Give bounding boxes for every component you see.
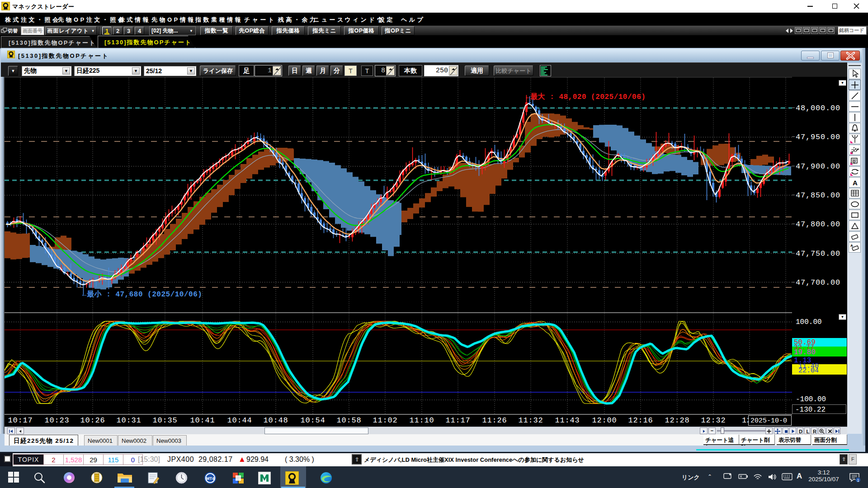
svg-text:L: L xyxy=(807,429,810,434)
svg-text:R: R xyxy=(813,429,816,434)
svg-text:1: 1 xyxy=(857,478,859,483)
svg-text:MT4: MT4 xyxy=(206,476,214,481)
svg-text:A: A xyxy=(850,244,853,248)
svg-text:Q: Q xyxy=(853,160,855,164)
svg-text:A: A xyxy=(853,179,858,187)
svg-text:D: D xyxy=(799,429,802,434)
